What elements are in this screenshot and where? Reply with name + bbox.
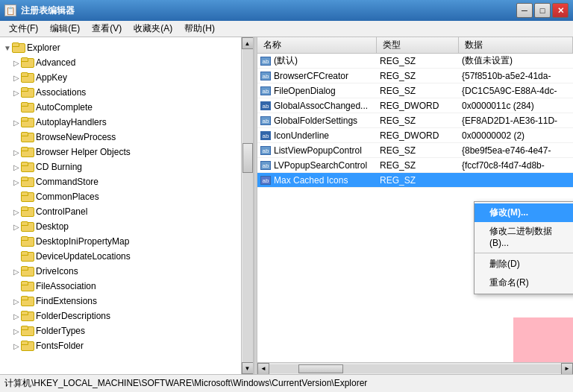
scroll-down-button[interactable]: ▼	[242, 362, 254, 374]
menu-edit[interactable]: 编辑(E)	[44, 21, 86, 37]
folder-icon	[21, 236, 33, 247]
main-panes: ▼ Explorer ▷ Advanced ▷ AppKey	[0, 37, 573, 374]
tree-item-folderdesc[interactable]: ▷ FolderDescriptions	[0, 309, 253, 323]
cell-type: REG_SZ	[377, 175, 459, 186]
tree-item-cdburning[interactable]: ▷ CD Burning	[0, 159, 253, 174]
tree-label: AppKey	[36, 72, 67, 83]
ctx-separator	[475, 253, 573, 253]
folder-icon	[21, 57, 33, 68]
hscroll-thumb[interactable]	[298, 364, 343, 373]
folder-icon	[21, 147, 33, 157]
tree-item-bho[interactable]: ▷ Browser Helper Objects	[0, 145, 253, 159]
table-row[interactable]: ab FileOpenDialog REG_SZ {DC1C5A9C-E88A-…	[257, 83, 573, 98]
cell-name-max-cached-icons: Max Cached Icons	[274, 175, 348, 186]
close-button[interactable]: ✕	[552, 3, 569, 18]
tree-item-deviceupdate[interactable]: DeviceUpdateLocations	[0, 249, 253, 264]
hscroll-right-button[interactable]: ►	[561, 363, 573, 375]
tree-item-desktop[interactable]: ▷ Desktop	[0, 219, 253, 234]
tree-label: FolderDescriptions	[36, 311, 110, 321]
folder-icon	[21, 102, 33, 113]
window: 📋 注册表编辑器 ─ □ ✕ 文件(F) 编辑(E) 查看(V) 收藏夹(A) …	[0, 0, 573, 392]
hscroll-left-button[interactable]: ◄	[257, 363, 269, 375]
ctx-item-delete[interactable]: 删除(D)	[475, 255, 573, 274]
menu-favorites[interactable]: 收藏夹(A)	[128, 21, 178, 37]
tree-item-advanced[interactable]: ▷ Advanced	[0, 55, 253, 70]
folder-icon	[21, 132, 33, 142]
menu-file[interactable]: 文件(F)	[3, 21, 44, 37]
folder-icon	[21, 162, 33, 172]
scroll-up-button[interactable]: ▲	[242, 37, 254, 49]
tree-item-foldertypes[interactable]: ▷ FolderTypes	[0, 323, 253, 338]
reg-value-icon: ab	[260, 116, 271, 125]
tree-item-controlpanel[interactable]: ▷ ControlPanel	[0, 204, 253, 219]
reg-value-icon: ab	[260, 86, 271, 95]
hscroll-track[interactable]	[269, 364, 561, 373]
col-header-name[interactable]: 名称	[257, 37, 377, 53]
tree-label: FindExtensions	[36, 296, 97, 306]
hscroll-bar[interactable]: ◄ ►	[257, 362, 573, 374]
reg-value-icon: ab	[260, 57, 271, 66]
ctx-item-modify-binary[interactable]: 修改二进制数据(B)...	[475, 222, 573, 251]
tree-item-appkey[interactable]: ▷ AppKey	[0, 70, 253, 85]
reg-value-icon: ab	[260, 72, 271, 80]
context-menu: 修改(M)... 修改二进制数据(B)... 删除(D) 重命名(R)	[474, 201, 573, 294]
table-row[interactable]: ab (默认) REG_SZ (数值未设置)	[257, 54, 573, 69]
tree-item-explorer[interactable]: ▼ Explorer	[0, 40, 253, 55]
table-row[interactable]: ab ListViewPopupControl REG_SZ {8be9f5ea…	[257, 143, 573, 158]
minimize-button[interactable]: ─	[516, 3, 533, 18]
tree-item-commonplaces[interactable]: CommonPlaces	[0, 189, 253, 204]
cell-name: IconUnderline	[274, 130, 329, 141]
cell-type: REG_SZ	[377, 116, 459, 126]
tree-item-commandstore[interactable]: ▷ CommandStore	[0, 174, 253, 189]
menu-help[interactable]: 帮助(H)	[178, 21, 221, 37]
tree-item-fileassociation[interactable]: FileAssociation	[0, 279, 253, 294]
status-text: 计算机\HKEY_LOCAL_MACHINE\SOFTWARE\Microsof…	[4, 377, 367, 390]
table-row[interactable]: ab GlobalAssocChanged... REG_DWORD 0x000…	[257, 98, 573, 113]
table-body: ab (默认) REG_SZ (数值未设置) ab BrowserCFCreat…	[257, 54, 573, 188]
scroll-thumb[interactable]	[242, 143, 253, 173]
ctx-item-rename[interactable]: 重命名(R)	[475, 274, 573, 292]
tree-item-findextensions[interactable]: ▷ FindExtensions	[0, 294, 253, 309]
tree-item-associations[interactable]: ▷ Associations	[0, 85, 253, 100]
expand-icon: ▷	[12, 297, 21, 306]
tree-item-autocomplete[interactable]: AutoComplete	[0, 100, 253, 115]
cell-type: REG_SZ	[377, 160, 459, 171]
reg-value-icon: ab	[260, 161, 271, 170]
tree-label: ControlPanel	[36, 206, 87, 217]
col-header-data[interactable]: 数据	[459, 37, 573, 53]
cell-name: (默认)	[274, 54, 298, 67]
tree-label: CD Burning	[36, 162, 82, 172]
table-row[interactable]: ab BrowserCFCreator REG_SZ {57f8510b-a5e…	[257, 69, 573, 83]
tree-item-browsenewprocess[interactable]: BrowseNewProcess	[0, 130, 253, 145]
folder-icon	[21, 72, 33, 83]
table-row[interactable]: ab GlobalFolderSettings REG_SZ {EF8AD2D1…	[257, 113, 573, 128]
tree-pane: ▼ Explorer ▷ Advanced ▷ AppKey	[0, 37, 254, 374]
folder-icon	[21, 281, 33, 291]
tree-item-desktopini[interactable]: DesktopIniPropertyMap	[0, 234, 253, 249]
maximize-button[interactable]: □	[534, 3, 551, 18]
col-header-type[interactable]: 类型	[377, 37, 459, 53]
expand-icon: ▷	[12, 223, 21, 231]
cell-name: LVPopupSearchControl	[274, 160, 367, 171]
tree-item-fontsfolder[interactable]: ▷ FontsFolder	[0, 338, 253, 353]
tree-inner: ▼ Explorer ▷ Advanced ▷ AppKey	[0, 37, 253, 356]
tree-item-autoplayhandlers[interactable]: ▷ AutoplayHandlers	[0, 115, 253, 130]
ctx-item-modify[interactable]: 修改(M)...	[475, 203, 573, 222]
expand-icon: ▷	[12, 327, 21, 335]
tree-item-driveicons[interactable]: ▷ DriveIcons	[0, 264, 253, 279]
folder-icon	[21, 221, 33, 232]
table-row[interactable]: ab LVPopupSearchControl REG_SZ {fccf70c8…	[257, 158, 573, 173]
cell-type: REG_SZ	[377, 145, 459, 156]
table-row-selected[interactable]: ab Max Cached Icons REG_SZ	[257, 173, 573, 188]
tree-label: DriveIcons	[36, 266, 78, 276]
cell-name: GlobalAssocChanged...	[274, 101, 368, 111]
tree-label: BrowseNewProcess	[36, 132, 116, 142]
table-row[interactable]: ab IconUnderline REG_DWORD 0x00000002 (2…	[257, 128, 573, 143]
tree-scrollbar[interactable]: ▲ ▼	[241, 37, 253, 374]
scroll-track[interactable]	[242, 49, 253, 362]
folder-icon	[21, 87, 33, 98]
cell-data: {57f8510b-a5e2-41da-	[459, 71, 573, 81]
expand-icon: ▷	[12, 163, 21, 171]
menu-view[interactable]: 查看(V)	[86, 21, 128, 37]
reg-value-icon: ab	[260, 101, 271, 110]
